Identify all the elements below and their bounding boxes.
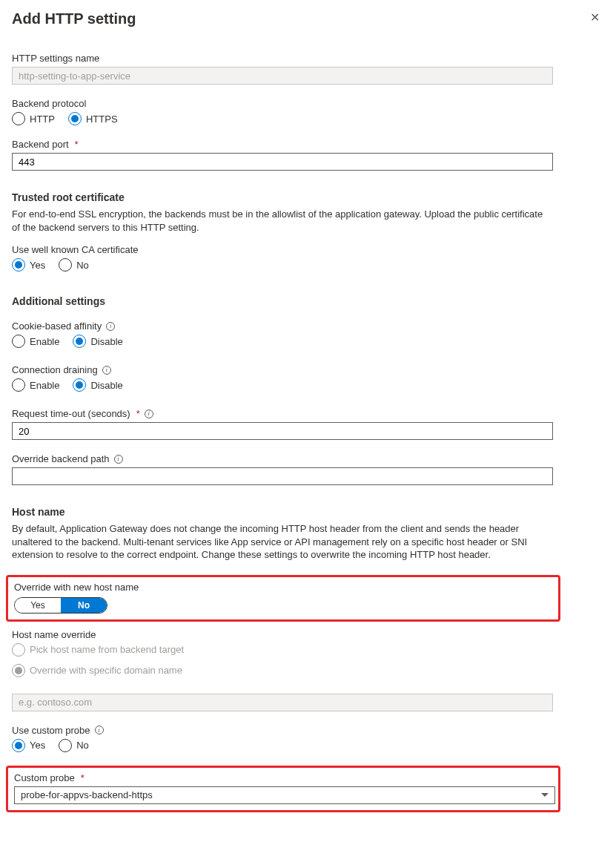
use-custom-probe-no-radio[interactable]: No — [59, 739, 89, 752]
radio-circle-icon — [12, 664, 25, 677]
request-timeout-input[interactable] — [12, 422, 553, 440]
trusted-root-cert-help: For end-to-end SSL encryption, the backe… — [12, 208, 553, 234]
info-icon[interactable]: i — [145, 410, 153, 418]
override-host-highlight: Override with new host name Yes No — [6, 575, 560, 622]
radio-circle-icon — [12, 378, 25, 392]
backend-protocol-label: Backend protocol — [12, 98, 604, 109]
info-icon[interactable]: i — [114, 455, 123, 464]
required-asterisk: * — [136, 408, 140, 419]
host-override-domain-input[interactable] — [12, 694, 553, 711]
connection-draining-enable-radio[interactable]: Enable — [12, 378, 59, 392]
custom-probe-select[interactable]: probe-for-appvs-backend-https — [14, 786, 555, 804]
radio-circle-icon — [68, 112, 82, 125]
host-name-help: By default, Application Gateway does not… — [12, 522, 553, 562]
override-new-host-toggle[interactable]: Yes No — [14, 597, 107, 614]
radio-label: Pick host name from backend target — [30, 644, 184, 655]
radio-label: Override with specific domain name — [30, 665, 182, 676]
request-timeout-label: Request time-out (seconds)* i — [12, 408, 604, 419]
cookie-affinity-enable-radio[interactable]: Enable — [12, 335, 59, 348]
custom-probe-value: probe-for-appvs-backend-https — [21, 789, 153, 800]
required-asterisk: * — [75, 139, 79, 150]
radio-circle-icon — [12, 258, 25, 272]
custom-probe-label: Custom probe* — [14, 772, 552, 783]
backend-protocol-http-radio[interactable]: HTTP — [12, 112, 55, 125]
cookie-affinity-label: Cookie-based affinity i — [12, 320, 604, 332]
connection-draining-label: Connection draining i — [12, 364, 604, 375]
host-override-specific-radio: Override with specific domain name — [12, 664, 604, 677]
http-settings-name-label: HTTP settings name — [12, 53, 604, 64]
radio-label: No — [76, 260, 89, 271]
radio-circle-icon — [73, 378, 86, 392]
info-icon[interactable]: i — [102, 366, 111, 375]
backend-protocol-https-radio[interactable]: HTTPS — [68, 112, 118, 125]
backend-port-input[interactable] — [12, 153, 553, 171]
radio-label: No — [76, 740, 89, 751]
page-title: Add HTTP setting — [12, 10, 136, 27]
radio-label: HTTPS — [86, 114, 118, 125]
override-new-host-label: Override with new host name — [14, 582, 552, 593]
radio-label: Yes — [30, 260, 45, 271]
backend-port-label: Backend port* — [12, 139, 604, 150]
radio-label: Yes — [30, 740, 45, 751]
override-backend-path-input[interactable] — [12, 467, 553, 485]
radio-circle-icon — [73, 335, 86, 348]
radio-circle-icon — [59, 739, 72, 752]
radio-label: Disable — [90, 336, 122, 347]
http-settings-name-input[interactable] — [12, 67, 553, 85]
radio-circle-icon — [12, 643, 25, 657]
use-custom-probe-yes-radio[interactable]: Yes — [12, 739, 45, 752]
radio-circle-icon — [12, 335, 25, 348]
info-icon[interactable]: i — [106, 322, 115, 331]
use-well-known-ca-label: Use well known CA certificate — [12, 244, 604, 255]
radio-circle-icon — [12, 739, 25, 752]
radio-circle-icon — [59, 258, 72, 272]
radio-label: Enable — [30, 336, 59, 347]
connection-draining-disable-radio[interactable]: Disable — [73, 378, 122, 392]
info-icon[interactable]: i — [95, 726, 104, 734]
radio-circle-icon — [12, 112, 25, 125]
override-new-host-no[interactable]: No — [61, 598, 107, 613]
close-icon[interactable]: ✕ — [586, 10, 604, 25]
host-override-pick-radio: Pick host name from backend target — [12, 643, 604, 657]
additional-settings-heading: Additional settings — [12, 295, 604, 307]
radio-label: Enable — [30, 380, 59, 391]
override-backend-path-label: Override backend path i — [12, 453, 604, 464]
trusted-root-cert-heading: Trusted root certificate — [12, 191, 604, 203]
well-known-ca-yes-radio[interactable]: Yes — [12, 258, 45, 272]
override-new-host-yes[interactable]: Yes — [15, 598, 61, 613]
radio-label: Disable — [90, 380, 122, 391]
custom-probe-highlight: Custom probe* probe-for-appvs-backend-ht… — [6, 766, 560, 812]
host-name-override-label: Host name override — [12, 629, 604, 640]
chevron-down-icon — [541, 793, 549, 797]
cookie-affinity-disable-radio[interactable]: Disable — [73, 335, 122, 348]
use-custom-probe-label: Use custom probe i — [12, 725, 604, 736]
required-asterisk: * — [81, 772, 85, 783]
well-known-ca-no-radio[interactable]: No — [59, 258, 89, 272]
radio-label: HTTP — [30, 114, 55, 125]
host-name-heading: Host name — [12, 506, 604, 518]
